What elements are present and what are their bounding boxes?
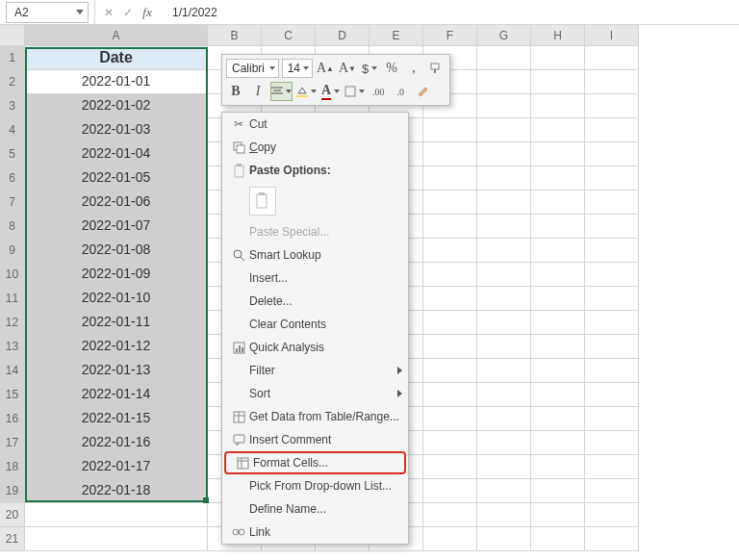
cell[interactable] bbox=[585, 215, 639, 239]
font-name-combo[interactable]: Calibri bbox=[226, 59, 279, 78]
cell[interactable] bbox=[477, 527, 531, 551]
cell[interactable] bbox=[531, 383, 585, 407]
select-all-corner[interactable] bbox=[0, 25, 25, 46]
cell[interactable]: 2022-01-18 bbox=[25, 479, 208, 503]
cell[interactable] bbox=[423, 479, 477, 503]
cell[interactable] bbox=[585, 70, 639, 94]
cell[interactable] bbox=[585, 455, 639, 479]
cell[interactable] bbox=[585, 142, 639, 166]
cell[interactable] bbox=[477, 503, 531, 527]
cell[interactable]: 2022-01-04 bbox=[25, 142, 208, 166]
cell[interactable]: 2022-01-01 bbox=[25, 70, 208, 94]
column-header-I[interactable]: I bbox=[585, 25, 639, 46]
cell[interactable] bbox=[531, 335, 585, 359]
shrink-font-button[interactable]: A▼ bbox=[338, 59, 357, 78]
cell[interactable] bbox=[477, 46, 531, 70]
cell[interactable] bbox=[477, 407, 531, 431]
cell[interactable] bbox=[531, 46, 585, 70]
row-header[interactable]: 6 bbox=[0, 166, 25, 191]
cell[interactable] bbox=[477, 118, 531, 142]
menu-delete[interactable]: Delete... bbox=[222, 290, 408, 313]
column-header-H[interactable]: H bbox=[531, 25, 585, 46]
cell[interactable] bbox=[477, 94, 531, 118]
font-size-combo[interactable]: 14 bbox=[282, 59, 313, 78]
paste-default-button[interactable] bbox=[249, 187, 276, 216]
cell[interactable] bbox=[477, 166, 531, 191]
cell[interactable] bbox=[531, 166, 585, 191]
cell[interactable]: 2022-01-06 bbox=[25, 191, 208, 215]
cell[interactable]: 2022-01-12 bbox=[25, 335, 208, 359]
row-header[interactable]: 19 bbox=[0, 479, 25, 503]
cell[interactable] bbox=[531, 455, 585, 479]
cell[interactable] bbox=[423, 407, 477, 431]
cell[interactable] bbox=[531, 503, 585, 527]
cell[interactable] bbox=[585, 359, 639, 383]
menu-define-name[interactable]: Define Name... bbox=[222, 497, 408, 521]
fx-icon[interactable]: fx bbox=[140, 5, 155, 20]
cell[interactable] bbox=[477, 431, 531, 455]
cell[interactable] bbox=[585, 118, 639, 142]
cell[interactable]: 2022-01-11 bbox=[25, 311, 208, 335]
cell[interactable] bbox=[531, 215, 585, 239]
column-header-F[interactable]: F bbox=[423, 25, 477, 46]
align-center-button[interactable] bbox=[270, 82, 293, 101]
row-header[interactable]: 2 bbox=[0, 70, 25, 94]
cell[interactable] bbox=[477, 239, 531, 263]
cell[interactable] bbox=[25, 503, 208, 527]
format-painter-brush-icon[interactable] bbox=[413, 82, 432, 101]
column-header-B[interactable]: B bbox=[208, 25, 262, 46]
grow-font-button[interactable]: A▲ bbox=[316, 59, 335, 78]
cell[interactable]: Date bbox=[25, 46, 208, 70]
cell[interactable]: 2022-01-13 bbox=[25, 359, 208, 383]
format-painter-button[interactable] bbox=[426, 59, 446, 78]
row-header[interactable]: 17 bbox=[0, 431, 25, 455]
cell[interactable]: 2022-01-03 bbox=[25, 118, 208, 142]
row-header[interactable]: 18 bbox=[0, 455, 25, 479]
cell[interactable] bbox=[585, 94, 639, 118]
row-header[interactable]: 8 bbox=[0, 215, 25, 239]
cell[interactable] bbox=[423, 359, 477, 383]
column-header-E[interactable]: E bbox=[370, 25, 423, 46]
cell[interactable] bbox=[477, 191, 531, 215]
cell[interactable]: 2022-01-16 bbox=[25, 431, 208, 455]
cell[interactable] bbox=[477, 479, 531, 503]
column-header-G[interactable]: G bbox=[477, 25, 531, 46]
row-header[interactable]: 13 bbox=[0, 335, 25, 359]
cell[interactable] bbox=[585, 239, 639, 263]
menu-smart-lookup[interactable]: Smart Lookup bbox=[222, 243, 408, 267]
font-color-button[interactable]: A bbox=[320, 82, 341, 101]
cell[interactable] bbox=[423, 431, 477, 455]
row-header[interactable]: 9 bbox=[0, 239, 25, 263]
percent-button[interactable]: % bbox=[382, 59, 401, 78]
row-header[interactable]: 10 bbox=[0, 263, 25, 287]
row-header[interactable]: 14 bbox=[0, 359, 25, 383]
cell[interactable] bbox=[423, 383, 477, 407]
menu-clear-contents[interactable]: Clear Contents bbox=[222, 313, 408, 336]
row-header[interactable]: 3 bbox=[0, 94, 25, 118]
cell[interactable] bbox=[531, 94, 585, 118]
column-header-A[interactable]: A bbox=[25, 25, 208, 46]
cell[interactable] bbox=[585, 166, 639, 191]
cell[interactable] bbox=[531, 142, 585, 166]
cell[interactable]: 2022-01-09 bbox=[25, 263, 208, 287]
cell[interactable] bbox=[423, 166, 477, 191]
menu-cut[interactable]: ✂Cut bbox=[222, 113, 408, 136]
cell[interactable]: 2022-01-07 bbox=[25, 215, 208, 239]
cell[interactable] bbox=[423, 142, 477, 166]
cell[interactable] bbox=[423, 311, 477, 335]
cell[interactable]: 2022-01-15 bbox=[25, 407, 208, 431]
cell[interactable] bbox=[477, 455, 531, 479]
cell[interactable] bbox=[585, 407, 639, 431]
cell[interactable] bbox=[477, 359, 531, 383]
row-header[interactable]: 5 bbox=[0, 142, 25, 166]
cell[interactable] bbox=[585, 479, 639, 503]
cell[interactable] bbox=[531, 70, 585, 94]
cell[interactable] bbox=[531, 479, 585, 503]
cell[interactable]: 2022-01-05 bbox=[25, 166, 208, 191]
cell[interactable] bbox=[585, 46, 639, 70]
cell[interactable] bbox=[531, 191, 585, 215]
cell[interactable] bbox=[477, 70, 531, 94]
cell[interactable] bbox=[585, 431, 639, 455]
cell[interactable] bbox=[423, 503, 477, 527]
cell[interactable] bbox=[531, 263, 585, 287]
